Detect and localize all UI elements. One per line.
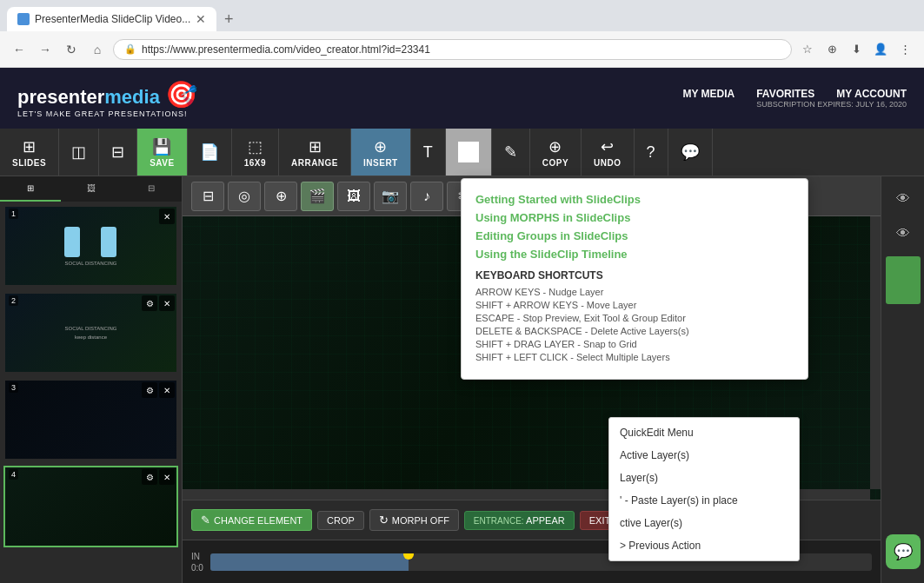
slide-number-2: 2 xyxy=(9,295,18,306)
entrance-prefix: ENTRANCE: xyxy=(474,516,524,526)
nav-favorites[interactable]: FAVORITES xyxy=(756,88,814,100)
undo-button[interactable]: ↩ UNDO xyxy=(582,129,634,176)
sidebar-tab-media[interactable]: 🖼 xyxy=(61,176,122,202)
nav-my-media[interactable]: MY MEDIA xyxy=(682,88,735,100)
figure-1 xyxy=(64,227,80,257)
shortcut-3: ESCAPE - Stop Preview, Exit Tool & Group… xyxy=(475,313,794,323)
slide-number-4: 4 xyxy=(9,469,18,480)
toolbar-left: ⊞ SLIDES ◫ ⊟ xyxy=(0,129,137,176)
color-icon xyxy=(458,142,479,162)
slide-item-4[interactable]: 4 ⚙ ✕ xyxy=(3,466,178,547)
nav-my-account[interactable]: MY ACCOUNT xyxy=(836,88,907,100)
aspect-label: 16X9 xyxy=(244,158,266,168)
text-button[interactable]: T xyxy=(411,129,446,176)
context-item-1[interactable]: QuickEdit Menu xyxy=(609,421,799,444)
right-eye-2[interactable]: 👁 xyxy=(887,218,919,249)
layer-btn[interactable]: ⊟ xyxy=(191,182,224,211)
help-link-4[interactable]: Using the SlideClip Timeline xyxy=(475,248,794,261)
home-button[interactable]: ⌂ xyxy=(87,39,108,60)
slide-item-3[interactable]: 3 ⚙ ✕ xyxy=(3,379,178,460)
tab-close-button[interactable]: ✕ xyxy=(196,12,206,26)
context-item-2[interactable]: Active Layer(s) xyxy=(609,444,799,467)
copy-label: COPY xyxy=(542,158,568,168)
download-button[interactable]: ⬇ xyxy=(846,39,867,60)
video-btn[interactable]: 🎬 xyxy=(301,182,334,211)
aspect-ratio-button[interactable]: ⬚ 16X9 xyxy=(232,129,279,176)
sidebar-tab-layers[interactable]: ⊟ xyxy=(121,176,182,202)
help-button[interactable]: ? xyxy=(635,129,668,176)
spacer xyxy=(87,227,94,257)
browser-tab[interactable]: PresenterMedia SlideClip Video... ✕ xyxy=(7,7,216,31)
context-item-6[interactable]: > Previous Action xyxy=(609,534,799,557)
context-item-5[interactable]: ctive Layer(s) xyxy=(609,512,799,534)
help-popup: Getting Started with SlideClips Using MO… xyxy=(461,178,808,380)
group-btn[interactable]: ⊕ xyxy=(264,182,297,211)
morph-button[interactable]: ↻ MORPH OFF xyxy=(369,509,459,531)
address-bar[interactable]: 🔒 https://www.presentermedia.com/video_c… xyxy=(113,39,792,60)
morph-label: MORPH OFF xyxy=(392,515,449,526)
timeline-out-label: 0:0 xyxy=(191,563,203,573)
help-link-2[interactable]: Using MORPHS in SlideClips xyxy=(475,211,794,224)
file-button[interactable]: 📄 xyxy=(188,129,232,176)
context-item-4[interactable]: ' - Paste Layer(s) in place xyxy=(609,489,799,512)
back-button[interactable]: ← xyxy=(9,39,30,60)
crop-label: CROP xyxy=(327,515,355,526)
chat-toolbar-button[interactable]: 💬 xyxy=(668,129,713,176)
help-link-1[interactable]: Getting Started with SlideClips xyxy=(475,193,794,206)
figure-2 xyxy=(101,227,116,257)
logo-mascot-icon: 🎯 xyxy=(165,80,197,109)
reload-button[interactable]: ↻ xyxy=(61,39,82,60)
image-btn[interactable]: 🖼 xyxy=(337,182,370,211)
slide-delete-1[interactable]: ✕ xyxy=(159,209,175,224)
keyboard-shortcuts-title: KEYBOARD SHORTCUTS xyxy=(475,269,794,282)
insert-button[interactable]: ⊕ INSERT xyxy=(351,129,411,176)
slide-item-1[interactable]: SOCIAL DISTANCING 1 ✕ xyxy=(3,205,178,287)
slide-delete-4[interactable]: ✕ xyxy=(159,469,175,485)
forward-button[interactable]: → xyxy=(35,39,56,60)
slide-settings-2[interactable]: ⚙ xyxy=(142,295,157,311)
slide-controls-1: ✕ xyxy=(159,209,175,224)
profile-button[interactable]: 👤 xyxy=(870,39,891,60)
scrollbar-vertical[interactable] xyxy=(870,216,881,489)
audio-btn[interactable]: ♪ xyxy=(410,182,443,211)
entrance-button[interactable]: ENTRANCE: APPEAR xyxy=(464,511,575,530)
draw-button[interactable]: ✎ xyxy=(492,129,530,176)
slide-item-2[interactable]: SOCIAL DISTANCING keep distance 2 ⚙ ✕ xyxy=(3,292,178,374)
browser-actions: ☆ ⊕ ⬇ 👤 ⋮ xyxy=(797,39,915,60)
slide-controls-4: ⚙ ✕ xyxy=(142,469,175,485)
camera-btn[interactable]: 📷 xyxy=(374,182,407,211)
change-element-button[interactable]: ✎ CHANGE ELEMENT xyxy=(191,509,312,531)
right-eye-1[interactable]: 👁 xyxy=(887,183,919,215)
help-link-3[interactable]: Editing Groups in SlideClips xyxy=(475,229,794,242)
grid-button[interactable]: ⊟ xyxy=(99,129,137,176)
logo-first: presenter xyxy=(17,86,104,108)
color-button[interactable] xyxy=(446,129,492,176)
slide-delete-2[interactable]: ✕ xyxy=(159,295,175,311)
shape-btn[interactable]: ◎ xyxy=(228,182,261,211)
save-icon: 💾 xyxy=(152,137,171,156)
slide-delete-3[interactable]: ✕ xyxy=(159,382,175,398)
chat-button[interactable]: 💬 xyxy=(886,534,921,569)
menu-button[interactable]: ⋮ xyxy=(894,39,915,60)
sidebar-tab-slides[interactable]: ⊞ xyxy=(0,176,61,202)
shortcut-2: SHIFT + ARROW KEYS - Move Layer xyxy=(475,300,794,310)
logo-text: presentermedia 🎯 xyxy=(17,79,197,109)
slides-button[interactable]: ⊞ SLIDES xyxy=(0,129,59,176)
copy-button[interactable]: ⊕ COPY xyxy=(530,129,582,176)
arrange-button[interactable]: ⊞ ARRANGE xyxy=(279,129,351,176)
context-item-3[interactable]: Layer(s) xyxy=(609,467,799,489)
save-button[interactable]: 💾 SAVE xyxy=(137,129,188,176)
panel-toggle-button[interactable]: ◫ xyxy=(59,129,99,176)
timeline-marker[interactable] xyxy=(403,553,414,560)
bookmark-button[interactable]: ☆ xyxy=(797,39,818,60)
slide-settings-4[interactable]: ⚙ xyxy=(142,469,157,485)
morph-icon: ↻ xyxy=(379,513,389,527)
crop-button[interactable]: CROP xyxy=(317,511,364,530)
new-tab-button[interactable]: + xyxy=(216,7,241,31)
shortcut-6: SHIFT + LEFT CLICK - Select Multiple Lay… xyxy=(475,352,794,362)
help-icon: ? xyxy=(647,143,655,162)
slide-settings-3[interactable]: ⚙ xyxy=(142,382,157,398)
extensions-button[interactable]: ⊕ xyxy=(821,39,842,60)
shortcut-4: DELETE & BACKSPACE - Delete Active Layer… xyxy=(475,326,794,336)
slide-thumb-2: SOCIAL DISTANCING keep distance 2 ⚙ ✕ xyxy=(5,294,176,372)
